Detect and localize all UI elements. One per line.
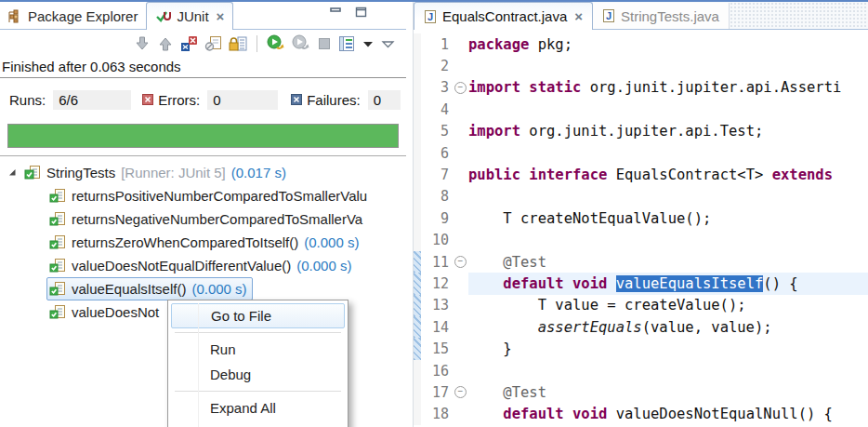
code-segment: @Test: [468, 384, 546, 401]
code-line[interactable]: 7public interface EqualsContract<T> exte…: [414, 164, 868, 185]
test-tree-row[interactable]: valueDoesNotEqualDifferentValue()(0.000 …: [0, 254, 406, 277]
annotation-ruler: [414, 207, 421, 229]
menu-item-debug[interactable]: Debug: [171, 362, 345, 387]
editor-tab-stringtests-java[interactable]: JStringTests.java: [593, 3, 730, 29]
code-line[interactable]: 9 T createNotEqualValue();: [414, 207, 868, 229]
test-tree-row[interactable]: returnsNegativeNumberComparedToSmallerVa: [0, 207, 406, 231]
test-tree-row[interactable]: valueEqualsItself()(0.000 s): [0, 277, 406, 300]
code-segment: interface: [529, 167, 607, 183]
code-segment: EqualsContract<T>: [607, 167, 771, 183]
junit-view-panel: Package ExplorerJUnit× Finished after 0.…: [0, 2, 406, 427]
code-line[interactable]: 13 T value = createValue();: [414, 295, 868, 316]
code-line[interactable]: 8: [414, 186, 868, 207]
code-segment: T createNotEqualValue();: [468, 210, 711, 227]
code-segment: valueDoesNotEqualNull() {: [607, 406, 833, 422]
code-text: package pkg;: [468, 33, 868, 55]
line-number: 13: [421, 297, 453, 314]
selected-row-box: valueEqualsItself()(0.000 s): [46, 277, 253, 300]
editor-tab-equalscontract-java[interactable]: JEqualsContract.java×: [414, 2, 593, 30]
test-suite-row[interactable]: StringTests[Runner: JUnit 5](0.017 s): [0, 161, 406, 184]
dropdown-arrow-icon[interactable]: [362, 38, 375, 49]
test-progress-fill: [8, 125, 398, 147]
menu-item-run[interactable]: Run: [171, 337, 345, 362]
code-segment: extends: [772, 167, 833, 183]
test-icon: [49, 281, 66, 297]
fold-collapse-icon[interactable]: −: [454, 386, 467, 398]
view-menu-icon[interactable]: [381, 38, 395, 49]
code-text: import static org.junit.jupiter.api.Asse…: [468, 77, 868, 99]
fold-column: −: [453, 82, 468, 94]
code-segment: public: [468, 167, 520, 183]
code-line[interactable]: 12 default void valueEqualsItself() {: [414, 273, 868, 294]
failures-value: 0: [368, 90, 401, 110]
fold-collapse-icon[interactable]: −: [454, 256, 467, 268]
code-segment: import: [468, 123, 520, 140]
rerun-tests-icon[interactable]: [267, 34, 285, 52]
view-tab-junit[interactable]: JUnit×: [146, 2, 233, 30]
failures-label: Failures:: [307, 92, 361, 108]
line-number: 18: [421, 406, 453, 422]
next-failed-test-icon[interactable]: [134, 35, 151, 52]
code-segment: org.junit.jupiter.api.Test;: [520, 123, 763, 140]
code-segment: default: [503, 406, 563, 422]
annotation-ruler: [414, 404, 421, 425]
code-segment: default: [503, 275, 563, 292]
code-line[interactable]: 18 default void valueDoesNotEqualNull() …: [414, 404, 868, 425]
test-run-history-icon[interactable]: [338, 35, 355, 52]
code-line[interactable]: 4: [414, 99, 868, 120]
editor-area: JEqualsContract.java×JStringTests.java 1…: [413, 2, 868, 427]
minimize-icon[interactable]: [330, 7, 342, 18]
code-line[interactable]: 11− @Test: [414, 251, 868, 273]
line-number: 5: [421, 123, 453, 140]
twistie-expanded-icon[interactable]: [7, 167, 18, 178]
test-tree-row[interactable]: returnsZeroWhenComparedToItself()(0.000 …: [0, 231, 406, 254]
errors-value: 0: [207, 90, 278, 110]
view-tab-package-explorer[interactable]: Package Explorer: [0, 3, 146, 29]
view-window-buttons: [330, 7, 367, 18]
code-segment: pkg;: [529, 36, 572, 53]
code-segment: [607, 275, 615, 292]
line-number: 12: [421, 275, 453, 292]
code-segment: @Test: [468, 254, 546, 271]
editor-tab-label: EqualsContract.java: [442, 8, 567, 24]
fold-collapse-icon[interactable]: −: [454, 82, 467, 94]
junit-toolbar: [0, 31, 406, 56]
code-line[interactable]: 16: [414, 360, 868, 381]
previous-failed-test-icon[interactable]: [157, 35, 174, 52]
view-tab-strip: Package ExplorerJUnit×: [0, 2, 406, 30]
code-line[interactable]: 17− @Test: [414, 381, 868, 403]
code-segment: (value, value);: [642, 319, 772, 336]
code-line[interactable]: 1package pkg;: [414, 33, 868, 55]
fold-column: −: [453, 386, 468, 398]
test-tree-row[interactable]: returnsPositiveNumberComparedToSmallerVa…: [0, 184, 406, 207]
menu-item-go-to-file[interactable]: Go to File: [171, 303, 345, 328]
code-line[interactable]: 3−import static org.junit.jupiter.api.As…: [414, 77, 868, 99]
show-failures-only-icon[interactable]: [180, 35, 198, 52]
junit-counters: Runs: 6/6 Errors: 0 Failures: 0: [9, 89, 401, 110]
test-name-label: StringTests: [46, 165, 115, 180]
maximize-icon[interactable]: [355, 7, 367, 18]
code-text: import org.junit.jupiter.api.Test;: [468, 121, 868, 142]
code-line[interactable]: 2: [414, 55, 868, 76]
code-line[interactable]: 14 assertEquals(value, value);: [414, 316, 868, 338]
rerun-failed-tests-icon[interactable]: [292, 34, 310, 52]
menu-item-expand-all[interactable]: Expand All: [171, 395, 345, 420]
annotation-ruler: [414, 99, 421, 120]
test-progress-bar: [7, 124, 399, 148]
code-segment: () {: [763, 275, 797, 292]
code-line[interactable]: 15 }: [414, 338, 868, 359]
close-icon[interactable]: ×: [217, 8, 225, 24]
java-editor[interactable]: 1package pkg;23−import static org.junit.…: [414, 30, 868, 427]
code-segment: [468, 319, 538, 336]
stop-test-run-icon[interactable]: [317, 36, 332, 51]
code-line[interactable]: 10: [414, 230, 868, 251]
code-line[interactable]: 5import org.junit.jupiter.api.Test;: [414, 121, 868, 142]
view-tab-label: JUnit: [177, 8, 208, 24]
close-icon[interactable]: ×: [574, 8, 583, 24]
status-text: Finished after 0.063 seconds: [2, 59, 181, 74]
elapsed-time-label: (0.000 s): [296, 258, 351, 274]
show-skipped-tests-icon[interactable]: [204, 35, 222, 52]
view-tab-label: Package Explorer: [28, 8, 138, 24]
code-line[interactable]: 6: [414, 142, 868, 164]
scroll-lock-icon[interactable]: [229, 35, 247, 52]
